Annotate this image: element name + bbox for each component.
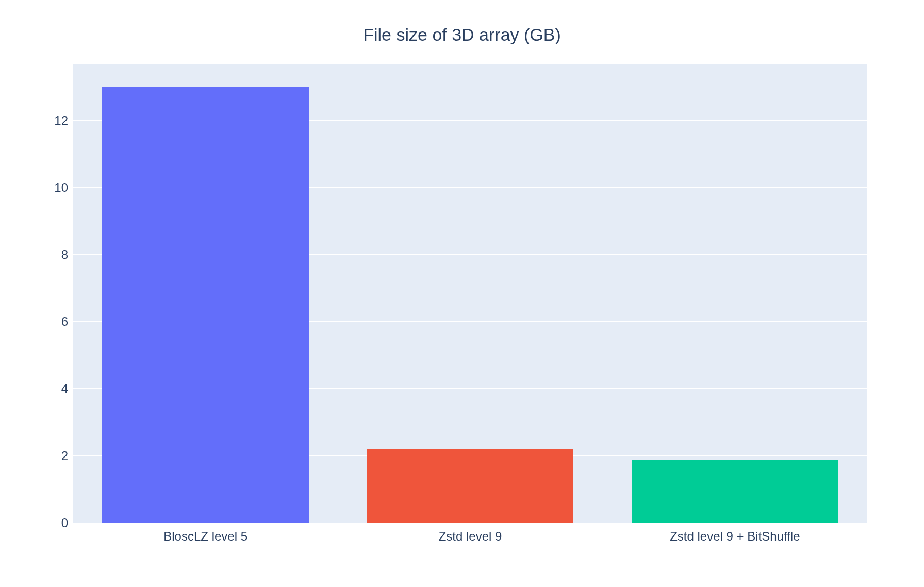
- chart-container: File size of 3D array (GB) 024681012 Blo…: [0, 0, 924, 587]
- bar: [102, 87, 308, 523]
- plot-area: [73, 64, 867, 523]
- chart-title: File size of 3D array (GB): [0, 25, 924, 45]
- x-tick-label: BloscLZ level 5: [73, 529, 338, 544]
- y-tick-label: 12: [37, 113, 68, 128]
- y-tick-label: 4: [37, 382, 68, 396]
- bar: [367, 449, 573, 523]
- y-tick-label: 6: [37, 315, 68, 329]
- bar: [632, 460, 838, 523]
- y-tick-label: 2: [37, 449, 68, 463]
- y-tick-label: 8: [37, 248, 68, 262]
- y-tick-label: 0: [37, 516, 68, 530]
- y-tick-label: 10: [37, 181, 68, 195]
- x-tick-label: Zstd level 9: [338, 529, 602, 544]
- x-tick-label: Zstd level 9 + BitShuffle: [603, 529, 867, 544]
